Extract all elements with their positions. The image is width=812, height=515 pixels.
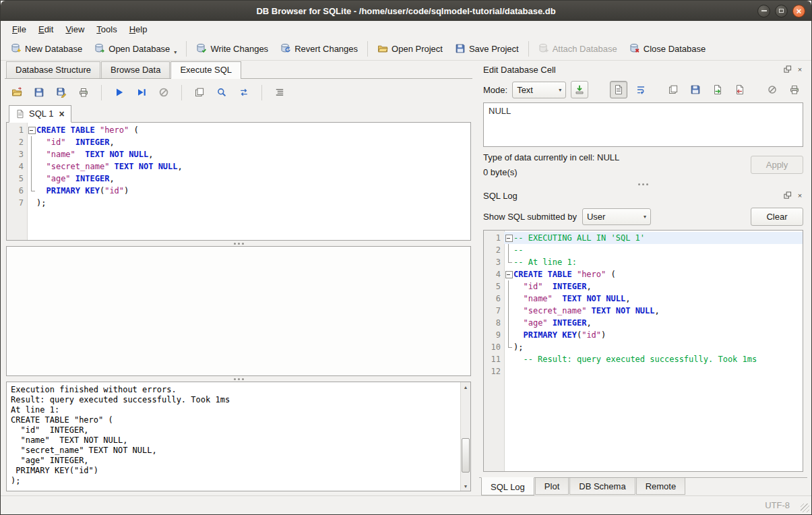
titlebar[interactable]: DB Browser for SQLite - /home/user/code/… bbox=[1, 1, 811, 21]
output-panel: Execution finished without errors. Resul… bbox=[6, 382, 471, 491]
splitter-handle[interactable] bbox=[6, 376, 471, 382]
log-filter-label: Show SQL submitted by bbox=[483, 212, 577, 222]
bottom-tab-db-schema[interactable]: DB Schema bbox=[569, 478, 635, 495]
close-window-button[interactable]: × bbox=[792, 5, 805, 18]
output-scrollbar[interactable]: ▲ ▼ bbox=[460, 382, 470, 491]
code-text: "id" INTEGER, bbox=[513, 280, 803, 293]
cell-size-info: 0 byte(s) bbox=[483, 167, 744, 177]
word-wrap-button[interactable] bbox=[632, 81, 650, 98]
code-line: 7 "secret_name" TEXT NOT NULL, bbox=[484, 305, 803, 317]
mode-select[interactable]: Text ▾ bbox=[512, 82, 566, 98]
open-sql-file-button[interactable] bbox=[9, 84, 25, 100]
save-sql-file-as-button[interactable] bbox=[53, 84, 69, 100]
scrollbar-thumb[interactable] bbox=[462, 438, 470, 473]
splitter-handle[interactable] bbox=[6, 241, 471, 246]
set-null-button[interactable] bbox=[763, 81, 781, 98]
maximize-button[interactable] bbox=[775, 5, 788, 18]
sql-editor[interactable]: 1CREATE TABLE "hero" (2 "id" INTEGER,3 "… bbox=[6, 123, 471, 241]
resize-grip-icon[interactable] bbox=[801, 504, 809, 512]
minimize-button[interactable] bbox=[757, 5, 770, 18]
fold-guide bbox=[504, 341, 513, 353]
splitter-dots bbox=[238, 243, 240, 245]
close-database-button[interactable]: Close Database bbox=[623, 39, 712, 58]
open-project-button[interactable]: Open Project bbox=[371, 39, 449, 58]
import-button[interactable] bbox=[571, 81, 588, 98]
left-pane: Database Structure Browse Data Execute S… bbox=[1, 61, 476, 495]
menu-edit[interactable]: Edit bbox=[32, 22, 59, 36]
menu-file[interactable]: File bbox=[6, 22, 32, 36]
fold-guide bbox=[27, 173, 36, 185]
toolbar-separator bbox=[181, 85, 182, 100]
menu-help[interactable]: Help bbox=[123, 22, 154, 36]
bottom-tab-remote[interactable]: Remote bbox=[636, 478, 686, 495]
close-tab-icon[interactable]: × bbox=[59, 110, 64, 118]
fold-marker-icon[interactable] bbox=[27, 124, 36, 136]
apply-button[interactable]: Apply bbox=[751, 156, 803, 174]
write-changes-label: Write Changes bbox=[210, 44, 268, 54]
bottom-tabbar: SQL LogPlotDB SchemaRemote bbox=[479, 477, 807, 495]
toolbar-separator bbox=[528, 41, 529, 57]
attach-database-button[interactable]: Attach Database bbox=[532, 39, 623, 58]
stop-button[interactable] bbox=[156, 84, 172, 100]
save-project-button[interactable]: Save Project bbox=[449, 39, 525, 58]
execute-current-line-button[interactable] bbox=[133, 84, 150, 100]
clear-log-button[interactable]: Clear bbox=[751, 208, 803, 226]
find-replace-button[interactable] bbox=[236, 84, 252, 100]
fold-guide bbox=[504, 317, 513, 329]
code-text: "id" INTEGER, bbox=[36, 136, 470, 148]
bottom-tab-sql-log[interactable]: SQL Log bbox=[481, 477, 534, 495]
splitter-dots bbox=[238, 378, 240, 380]
results-grid[interactable] bbox=[6, 246, 471, 376]
float-panel-icon[interactable] bbox=[783, 65, 792, 74]
menu-view[interactable]: View bbox=[59, 22, 90, 36]
open-sql-file-icon bbox=[11, 87, 22, 98]
bottom-tab-plot[interactable]: Plot bbox=[535, 478, 569, 495]
line-number: 5 bbox=[484, 280, 504, 293]
write-changes-button[interactable]: Write Changes bbox=[190, 39, 274, 58]
tab-database-structure[interactable]: Database Structure bbox=[6, 61, 100, 78]
export-cell-button[interactable] bbox=[731, 81, 749, 98]
text-view-button[interactable] bbox=[610, 81, 627, 98]
save-sql-file-button[interactable] bbox=[31, 84, 47, 100]
fold-marker-icon[interactable] bbox=[504, 268, 513, 280]
line-number: 2 bbox=[484, 244, 504, 256]
close-panel-icon[interactable]: × bbox=[795, 65, 805, 74]
scroll-up-icon[interactable]: ▲ bbox=[461, 382, 470, 392]
format-sql-button[interactable] bbox=[272, 84, 288, 100]
fold-guide bbox=[27, 160, 36, 173]
log-filter-value: User bbox=[587, 212, 605, 222]
close-icon: × bbox=[797, 7, 802, 16]
encoding-indicator[interactable]: UTF-8 bbox=[765, 500, 790, 510]
new-sql-tab-button[interactable] bbox=[191, 84, 208, 100]
open-database-dropdown-caret[interactable]: ▾ bbox=[174, 49, 177, 55]
save-cell-button[interactable] bbox=[687, 81, 704, 98]
copy-cell-button[interactable] bbox=[664, 81, 682, 98]
new-database-button[interactable]: New Database bbox=[5, 39, 88, 58]
float-panel-icon[interactable] bbox=[783, 191, 792, 200]
import-cell-button[interactable] bbox=[709, 81, 726, 98]
print-sql-button[interactable] bbox=[75, 84, 92, 100]
scrollbar-track[interactable] bbox=[461, 392, 470, 481]
line-number: 1 bbox=[484, 232, 504, 244]
close-panel-icon[interactable]: × bbox=[795, 191, 805, 200]
scroll-down-icon[interactable]: ▼ bbox=[461, 481, 470, 491]
print-cell-button[interactable] bbox=[786, 81, 803, 98]
sql-tab[interactable]: SQL 1 × bbox=[9, 105, 71, 123]
tab-execute-sql[interactable]: Execute SQL bbox=[170, 61, 241, 79]
find-button[interactable] bbox=[214, 84, 230, 100]
execute-all-button[interactable] bbox=[111, 84, 127, 100]
right-pane: Edit Database Cell × Mode: Text ▾ bbox=[476, 61, 811, 495]
open-database-button[interactable]: Open Database ▾ bbox=[88, 39, 183, 58]
cell-editor[interactable]: NULL bbox=[483, 102, 803, 147]
code-line: 7); bbox=[7, 197, 470, 209]
tab-browse-data[interactable]: Browse Data bbox=[101, 61, 170, 78]
revert-changes-button[interactable]: Revert Changes bbox=[274, 39, 364, 58]
sql-log-view[interactable]: 1-- EXECUTING ALL IN 'SQL 1'2--3-- At li… bbox=[483, 230, 803, 472]
menu-tools[interactable]: Tools bbox=[90, 22, 123, 36]
save-sql-file-as-icon bbox=[56, 87, 67, 98]
splitter-handle[interactable] bbox=[479, 181, 807, 187]
fold-marker-icon[interactable] bbox=[504, 232, 513, 244]
code-text: CREATE TABLE "hero" ( bbox=[36, 124, 470, 136]
log-filter-select[interactable]: User ▾ bbox=[582, 208, 651, 225]
fold-guide bbox=[504, 353, 513, 365]
